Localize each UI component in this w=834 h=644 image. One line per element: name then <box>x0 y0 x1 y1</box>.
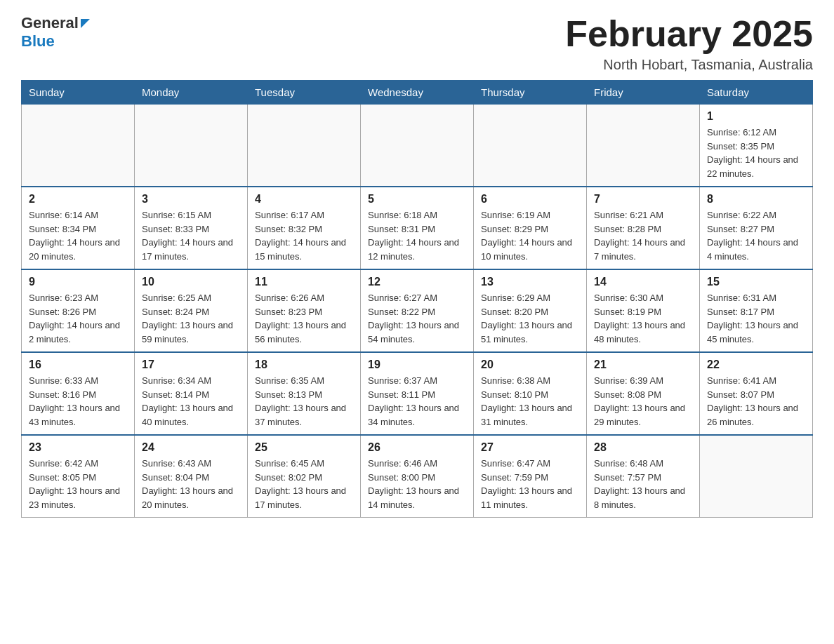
calendar-cell <box>361 105 474 187</box>
weekday-header-saturday: Saturday <box>700 81 813 105</box>
calendar-cell: 3Sunrise: 6:15 AM Sunset: 8:33 PM Daylig… <box>135 187 248 269</box>
day-info: Sunrise: 6:34 AM Sunset: 8:14 PM Dayligh… <box>142 374 240 429</box>
day-info: Sunrise: 6:38 AM Sunset: 8:10 PM Dayligh… <box>481 374 579 429</box>
calendar-week-row: 16Sunrise: 6:33 AM Sunset: 8:16 PM Dayli… <box>22 352 813 435</box>
day-number: 14 <box>594 276 692 288</box>
day-number: 21 <box>594 358 692 371</box>
day-number: 18 <box>255 358 353 371</box>
logo-general-text: General <box>21 14 79 32</box>
title-block: February 2025 North Hobart, Tasmania, Au… <box>565 14 813 73</box>
calendar-cell: 5Sunrise: 6:18 AM Sunset: 8:31 PM Daylig… <box>361 187 474 269</box>
day-info: Sunrise: 6:26 AM Sunset: 8:23 PM Dayligh… <box>255 291 353 346</box>
day-number: 23 <box>29 441 127 454</box>
weekday-header-wednesday: Wednesday <box>361 81 474 105</box>
day-number: 26 <box>368 441 466 454</box>
calendar-week-row: 9Sunrise: 6:23 AM Sunset: 8:26 PM Daylig… <box>22 269 813 352</box>
day-info: Sunrise: 6:23 AM Sunset: 8:26 PM Dayligh… <box>29 291 127 346</box>
day-info: Sunrise: 6:27 AM Sunset: 8:22 PM Dayligh… <box>368 291 466 346</box>
day-number: 12 <box>368 276 466 288</box>
day-number: 1 <box>707 110 805 123</box>
calendar-week-row: 1Sunrise: 6:12 AM Sunset: 8:35 PM Daylig… <box>22 105 813 187</box>
day-number: 2 <box>29 193 127 206</box>
day-number: 24 <box>142 441 240 454</box>
calendar-cell: 14Sunrise: 6:30 AM Sunset: 8:19 PM Dayli… <box>587 269 700 352</box>
calendar-table: SundayMondayTuesdayWednesdayThursdayFrid… <box>21 80 813 518</box>
page-header: General Blue February 2025 North Hobart,… <box>21 14 813 73</box>
day-info: Sunrise: 6:31 AM Sunset: 8:17 PM Dayligh… <box>707 291 805 346</box>
weekday-header-sunday: Sunday <box>22 81 135 105</box>
calendar-week-row: 2Sunrise: 6:14 AM Sunset: 8:34 PM Daylig… <box>22 187 813 269</box>
calendar-cell <box>700 435 813 518</box>
weekday-header-friday: Friday <box>587 81 700 105</box>
calendar-header-row: SundayMondayTuesdayWednesdayThursdayFrid… <box>22 81 813 105</box>
day-number: 28 <box>594 441 692 454</box>
calendar-cell: 23Sunrise: 6:42 AM Sunset: 8:05 PM Dayli… <box>22 435 135 518</box>
day-info: Sunrise: 6:14 AM Sunset: 8:34 PM Dayligh… <box>29 208 127 263</box>
day-info: Sunrise: 6:47 AM Sunset: 7:59 PM Dayligh… <box>481 457 579 511</box>
month-title: February 2025 <box>565 14 813 54</box>
calendar-cell <box>135 105 248 187</box>
day-number: 16 <box>29 358 127 371</box>
calendar-cell: 20Sunrise: 6:38 AM Sunset: 8:10 PM Dayli… <box>474 352 587 435</box>
calendar-cell: 1Sunrise: 6:12 AM Sunset: 8:35 PM Daylig… <box>700 105 813 187</box>
day-number: 27 <box>481 441 579 454</box>
day-info: Sunrise: 6:17 AM Sunset: 8:32 PM Dayligh… <box>255 208 353 263</box>
day-number: 5 <box>368 193 466 206</box>
day-info: Sunrise: 6:12 AM Sunset: 8:35 PM Dayligh… <box>707 126 805 180</box>
calendar-cell <box>22 105 135 187</box>
day-info: Sunrise: 6:48 AM Sunset: 7:57 PM Dayligh… <box>594 457 692 511</box>
calendar-cell: 15Sunrise: 6:31 AM Sunset: 8:17 PM Dayli… <box>700 269 813 352</box>
day-info: Sunrise: 6:21 AM Sunset: 8:28 PM Dayligh… <box>594 208 692 263</box>
day-info: Sunrise: 6:18 AM Sunset: 8:31 PM Dayligh… <box>368 208 466 263</box>
calendar-cell: 2Sunrise: 6:14 AM Sunset: 8:34 PM Daylig… <box>22 187 135 269</box>
day-number: 19 <box>368 358 466 371</box>
calendar-cell <box>474 105 587 187</box>
calendar-cell: 11Sunrise: 6:26 AM Sunset: 8:23 PM Dayli… <box>248 269 361 352</box>
day-number: 6 <box>481 193 579 206</box>
calendar-cell: 6Sunrise: 6:19 AM Sunset: 8:29 PM Daylig… <box>474 187 587 269</box>
day-info: Sunrise: 6:30 AM Sunset: 8:19 PM Dayligh… <box>594 291 692 346</box>
day-info: Sunrise: 6:15 AM Sunset: 8:33 PM Dayligh… <box>142 208 240 263</box>
day-info: Sunrise: 6:41 AM Sunset: 8:07 PM Dayligh… <box>707 374 805 429</box>
calendar-cell: 9Sunrise: 6:23 AM Sunset: 8:26 PM Daylig… <box>22 269 135 352</box>
day-info: Sunrise: 6:39 AM Sunset: 8:08 PM Dayligh… <box>594 374 692 429</box>
calendar-cell: 7Sunrise: 6:21 AM Sunset: 8:28 PM Daylig… <box>587 187 700 269</box>
calendar-cell: 24Sunrise: 6:43 AM Sunset: 8:04 PM Dayli… <box>135 435 248 518</box>
day-info: Sunrise: 6:42 AM Sunset: 8:05 PM Dayligh… <box>29 457 127 511</box>
day-info: Sunrise: 6:19 AM Sunset: 8:29 PM Dayligh… <box>481 208 579 263</box>
weekday-header-tuesday: Tuesday <box>248 81 361 105</box>
calendar-cell: 19Sunrise: 6:37 AM Sunset: 8:11 PM Dayli… <box>361 352 474 435</box>
calendar-cell: 4Sunrise: 6:17 AM Sunset: 8:32 PM Daylig… <box>248 187 361 269</box>
calendar-cell: 21Sunrise: 6:39 AM Sunset: 8:08 PM Dayli… <box>587 352 700 435</box>
logo-blue-text: Blue <box>21 32 90 51</box>
day-number: 20 <box>481 358 579 371</box>
day-info: Sunrise: 6:46 AM Sunset: 8:00 PM Dayligh… <box>368 457 466 511</box>
calendar-cell: 8Sunrise: 6:22 AM Sunset: 8:27 PM Daylig… <box>700 187 813 269</box>
day-info: Sunrise: 6:37 AM Sunset: 8:11 PM Dayligh… <box>368 374 466 429</box>
day-number: 10 <box>142 276 240 288</box>
day-info: Sunrise: 6:35 AM Sunset: 8:13 PM Dayligh… <box>255 374 353 429</box>
logo: General Blue <box>21 14 90 51</box>
day-number: 7 <box>594 193 692 206</box>
day-number: 4 <box>255 193 353 206</box>
calendar-cell: 27Sunrise: 6:47 AM Sunset: 7:59 PM Dayli… <box>474 435 587 518</box>
day-info: Sunrise: 6:25 AM Sunset: 8:24 PM Dayligh… <box>142 291 240 346</box>
calendar-cell: 16Sunrise: 6:33 AM Sunset: 8:16 PM Dayli… <box>22 352 135 435</box>
calendar-cell: 26Sunrise: 6:46 AM Sunset: 8:00 PM Dayli… <box>361 435 474 518</box>
day-number: 17 <box>142 358 240 371</box>
day-number: 8 <box>707 193 805 206</box>
calendar-cell: 25Sunrise: 6:45 AM Sunset: 8:02 PM Dayli… <box>248 435 361 518</box>
calendar-cell <box>248 105 361 187</box>
calendar-cell: 10Sunrise: 6:25 AM Sunset: 8:24 PM Dayli… <box>135 269 248 352</box>
day-number: 15 <box>707 276 805 288</box>
calendar-cell <box>587 105 700 187</box>
calendar-cell: 18Sunrise: 6:35 AM Sunset: 8:13 PM Dayli… <box>248 352 361 435</box>
day-info: Sunrise: 6:33 AM Sunset: 8:16 PM Dayligh… <box>29 374 127 429</box>
location-subtitle: North Hobart, Tasmania, Australia <box>565 57 813 73</box>
calendar-cell: 28Sunrise: 6:48 AM Sunset: 7:57 PM Dayli… <box>587 435 700 518</box>
calendar-cell: 13Sunrise: 6:29 AM Sunset: 8:20 PM Dayli… <box>474 269 587 352</box>
calendar-cell: 17Sunrise: 6:34 AM Sunset: 8:14 PM Dayli… <box>135 352 248 435</box>
day-info: Sunrise: 6:45 AM Sunset: 8:02 PM Dayligh… <box>255 457 353 511</box>
calendar-cell: 12Sunrise: 6:27 AM Sunset: 8:22 PM Dayli… <box>361 269 474 352</box>
day-number: 25 <box>255 441 353 454</box>
